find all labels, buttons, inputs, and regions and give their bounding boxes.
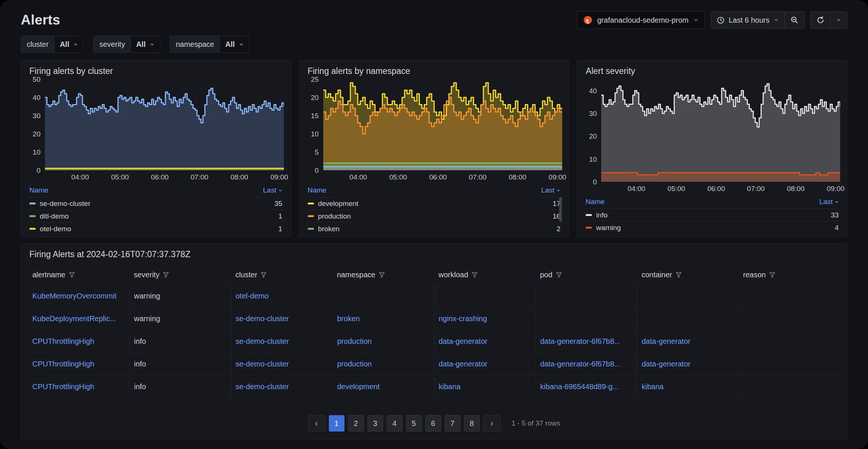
legend-scrollbar[interactable] <box>559 197 562 222</box>
cell-namespace[interactable]: production <box>333 330 434 353</box>
chart-plot-area[interactable] <box>323 79 562 170</box>
next-page-button[interactable]: › <box>483 415 501 432</box>
cell-cluster[interactable]: se-demo-cluster <box>231 353 333 375</box>
page-button-2[interactable]: 2 <box>348 415 364 432</box>
legend-name-header[interactable]: Name <box>586 198 605 206</box>
cell-pod[interactable]: kibana-6965448d89-g... <box>535 375 637 398</box>
panel-title[interactable]: Firing alerts by cluster <box>29 66 284 76</box>
legend-last-sort[interactable]: Last <box>819 198 839 206</box>
legend-series-name[interactable]: broken <box>318 225 553 233</box>
filter-funnel-icon[interactable] <box>769 272 775 278</box>
filter-funnel-icon[interactable] <box>472 272 478 278</box>
page-button-8[interactable]: 8 <box>464 415 480 432</box>
cell-pod[interactable]: data-generator-6f67b8... <box>535 353 637 375</box>
legend-last-sort[interactable]: Last <box>263 186 282 194</box>
zoom-out-button[interactable] <box>784 12 804 28</box>
cell-container[interactable]: data-generator <box>637 330 739 353</box>
refresh-interval-dropdown[interactable] <box>830 12 847 28</box>
y-axis-tick: 25 <box>311 76 319 83</box>
column-header-inner: alertname <box>32 271 125 279</box>
column-header-namespace[interactable]: namespace <box>333 265 434 285</box>
legend-series-name[interactable]: ditl-demo <box>40 212 274 220</box>
x-axis-tick: 09:00 <box>827 185 845 193</box>
filter-severity[interactable]: severityAll <box>93 36 160 53</box>
column-header-label: container <box>642 271 672 279</box>
cell-container[interactable]: kibana <box>637 375 739 398</box>
legend-series-name[interactable]: info <box>596 211 827 219</box>
x-axis-tick: 09:00 <box>271 173 288 181</box>
table-row: CPUThrottlingHighinfose-demo-clusterprod… <box>28 330 840 353</box>
filter-funnel-icon[interactable] <box>379 272 385 278</box>
cell-cluster[interactable]: se-demo-cluster <box>231 330 333 353</box>
legend-series-name[interactable]: development <box>318 200 549 208</box>
table-row: CPUThrottlingHighinfose-demo-clusterdeve… <box>28 375 840 398</box>
cell-alertname[interactable]: CPUThrottlingHigh <box>28 375 129 398</box>
table-pagination: ‹12345678›1 - 5 of 37 rows <box>28 411 840 435</box>
filter-funnel-icon[interactable] <box>69 272 75 278</box>
cell-reason <box>739 285 840 307</box>
legend-name-header[interactable]: Name <box>308 186 327 194</box>
filter-cluster[interactable]: clusterAll <box>21 36 84 53</box>
cell-namespace[interactable]: development <box>333 375 434 398</box>
series-color-swatch <box>29 215 36 217</box>
cell-alertname[interactable]: KubeDeploymentReplic... <box>28 307 129 330</box>
cell-workload[interactable]: data-generator <box>434 330 535 353</box>
legend-series-name[interactable]: warning <box>596 224 830 232</box>
cell-cluster[interactable]: se-demo-cluster <box>231 307 333 330</box>
page-button-6[interactable]: 6 <box>425 415 441 432</box>
panel-title[interactable]: Firing alerts by namespace <box>308 66 562 76</box>
column-header-reason[interactable]: reason <box>739 265 840 285</box>
cell-namespace[interactable]: broken <box>333 307 434 330</box>
cell-cluster[interactable]: otel-demo <box>231 285 333 307</box>
chart-plot-area[interactable] <box>601 79 840 182</box>
cell-workload[interactable]: nginx-crashing <box>434 307 535 330</box>
page-button-3[interactable]: 3 <box>367 415 383 432</box>
legend-last-sort[interactable]: Last <box>541 186 560 194</box>
column-header-cluster[interactable]: cluster <box>231 265 333 285</box>
column-header-container[interactable]: container <box>637 265 739 285</box>
cell-alertname[interactable]: KubeMemoryOvercommit <box>28 285 129 307</box>
filter-funnel-icon[interactable] <box>556 272 562 278</box>
legend-name-header[interactable]: Name <box>29 186 48 194</box>
prev-page-button[interactable]: ‹ <box>308 415 325 432</box>
column-header-severity[interactable]: severity <box>129 265 231 285</box>
chevron-down-icon <box>278 188 282 193</box>
legend-series-name[interactable]: production <box>318 212 549 220</box>
filter-funnel-icon[interactable] <box>163 272 169 278</box>
cell-container[interactable]: data-generator <box>637 353 739 375</box>
legend-series-name[interactable]: se-demo-cluster <box>40 200 271 208</box>
page-button-5[interactable]: 5 <box>406 415 422 432</box>
legend-series-name[interactable]: otel-demo <box>40 225 274 233</box>
column-header-alertname[interactable]: alertname <box>28 265 129 285</box>
cell-alertname[interactable]: CPUThrottlingHigh <box>28 353 129 375</box>
column-header-pod[interactable]: pod <box>535 265 637 285</box>
cell-cluster[interactable]: se-demo-cluster <box>231 375 333 398</box>
filter-value-dropdown[interactable]: All <box>54 36 84 52</box>
page-button-1[interactable]: 1 <box>329 415 344 432</box>
filter-namespace[interactable]: namespaceAll <box>170 36 249 53</box>
page-button-4[interactable]: 4 <box>387 415 402 432</box>
filter-funnel-icon[interactable] <box>260 272 267 278</box>
column-header-label: workload <box>438 271 468 279</box>
filter-value-dropdown[interactable]: All <box>130 36 160 52</box>
cell-workload[interactable]: kibana <box>434 375 535 398</box>
datasource-picker[interactable]: grafanacloud-sedemo-prom <box>577 11 705 29</box>
page-button-7[interactable]: 7 <box>445 415 460 432</box>
cell-namespace[interactable]: production <box>333 353 434 375</box>
cell-pod[interactable]: data-generator-6f67b8... <box>535 330 637 353</box>
panel-alert-severity: Alert severity01020304004:0005:0006:0007… <box>577 60 847 237</box>
chart-plot-area[interactable] <box>45 79 284 170</box>
time-range-button[interactable]: Last 6 hours <box>711 12 784 28</box>
filter-funnel-icon[interactable] <box>676 272 682 278</box>
refresh-button[interactable] <box>811 12 830 28</box>
column-header-inner: container <box>642 271 734 279</box>
column-header-workload[interactable]: workload <box>434 265 535 285</box>
panels-row: Firing alerts by cluster0102030405004:00… <box>0 53 868 237</box>
legend-item: warning4 <box>584 221 840 233</box>
cell-alertname[interactable]: CPUThrottlingHigh <box>28 330 129 353</box>
filter-value-dropdown[interactable]: All <box>220 36 249 52</box>
chevron-down-icon <box>835 200 839 204</box>
cell-workload[interactable]: data-generator <box>434 353 535 375</box>
y-axis-tick: 30 <box>33 112 41 119</box>
panel-title[interactable]: Alert severity <box>586 66 840 76</box>
